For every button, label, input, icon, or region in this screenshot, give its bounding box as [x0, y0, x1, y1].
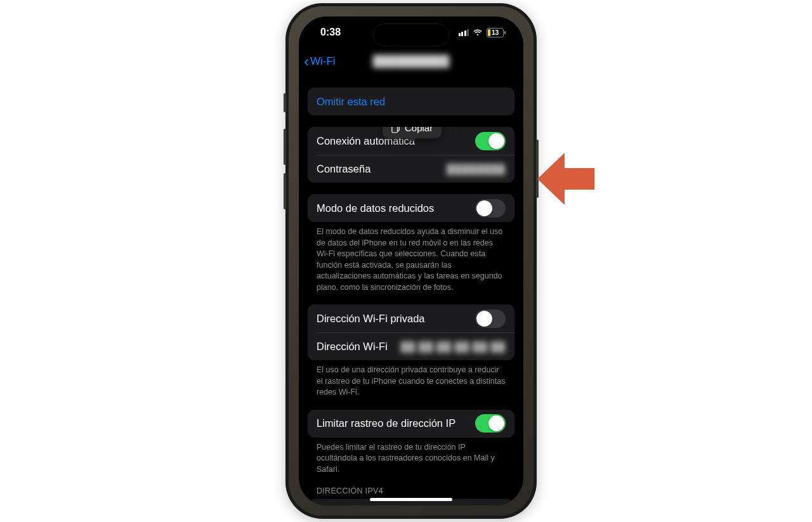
password-row[interactable]: Contraseña ████████	[308, 155, 514, 183]
private-address-toggle[interactable]	[475, 310, 506, 328]
limit-ip-tracking-footer: Puedes limitar el rastreo de tu direcció…	[308, 438, 514, 476]
phone-screen: 0:38 13 ‹ Wi-Fi ██████	[299, 16, 523, 506]
low-data-label: Modo de datos reducidos	[317, 202, 434, 214]
silent-switch	[284, 93, 286, 112]
password-label: Contraseña	[317, 163, 370, 175]
low-data-row[interactable]: Modo de datos reducidos	[308, 194, 514, 222]
low-data-footer: El modo de datos reducidos ayuda a dismi…	[308, 222, 514, 293]
battery-icon: 13	[487, 28, 506, 37]
limit-ip-tracking-label: Limitar rastreo de dirección IP	[317, 417, 455, 429]
page-title: ██████████	[299, 55, 523, 68]
auto-join-toggle[interactable]	[475, 132, 506, 150]
phone-frame: 0:38 13 ‹ Wi-Fi ██████	[285, 3, 537, 519]
private-address-label: Dirección Wi-Fi privada	[317, 313, 425, 325]
private-address-row[interactable]: Dirección Wi-Fi privada	[308, 304, 514, 332]
low-data-toggle[interactable]	[475, 199, 506, 218]
wifi-mac-value: ██:██:██:██:██:██	[401, 341, 506, 352]
ipv4-header: DIRECCIÓN IPV4	[308, 475, 514, 495]
highlight-arrow-icon	[537, 153, 594, 205]
svg-marker-2	[537, 153, 594, 205]
wifi-icon	[473, 29, 483, 36]
svg-rect-1	[392, 127, 398, 133]
limit-ip-tracking-toggle[interactable]	[475, 414, 506, 433]
status-time: 0:38	[320, 27, 341, 38]
limit-ip-tracking-row[interactable]: Limitar rastreo de dirección IP	[308, 410, 514, 438]
volume-down-button	[284, 173, 286, 209]
nav-bar: ‹ Wi-Fi ██████████	[299, 48, 523, 75]
cellular-signal-icon	[459, 29, 469, 36]
wifi-mac-label: Dirección Wi-Fi	[317, 341, 388, 353]
dynamic-island	[373, 23, 449, 46]
wifi-mac-row[interactable]: Dirección Wi-Fi ██:██:██:██:██:██	[308, 332, 514, 360]
volume-up-button	[284, 129, 286, 165]
forget-network-button[interactable]: Omitir esta red	[308, 88, 514, 115]
private-address-footer: El uso de una dirección privada contribu…	[308, 360, 514, 398]
password-value: ████████	[447, 164, 506, 174]
copy-icon	[391, 127, 400, 133]
home-indicator[interactable]	[370, 498, 452, 501]
copy-popover[interactable]: Copiar	[383, 127, 442, 138]
